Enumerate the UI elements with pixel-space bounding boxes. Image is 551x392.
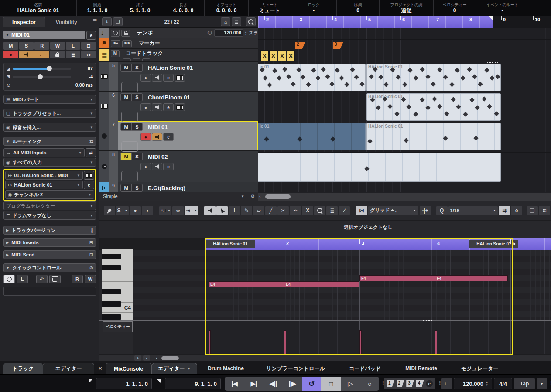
add-controller-lane-button[interactable]: + (134, 355, 141, 361)
track-edit-channel-button[interactable]: e (163, 74, 174, 82)
track-open-instrument-button[interactable] (175, 74, 185, 82)
info-column-value[interactable]: 0 (453, 7, 456, 14)
midi-note-e4[interactable]: E4 (284, 281, 359, 287)
lanes-button[interactable]: ≣ (66, 51, 81, 58)
qc-slot-field[interactable] (3, 287, 96, 296)
lower-zone-tab-Drum-Machine[interactable]: Drum Machine (197, 363, 255, 374)
chevron-down-icon[interactable]: ▼ (192, 209, 197, 212)
record-insert-dropdown[interactable]: ◉ 録音を挿入...▼ (3, 123, 96, 132)
midi-part[interactable]: HALion Sonic 01 (366, 93, 501, 121)
track-row-chordbloom-01[interactable]: 6MSChordBloom 01●e (99, 92, 258, 121)
snap-button[interactable]: ⋈ (356, 206, 367, 215)
tempo-spinner[interactable]: ▲▼ (245, 31, 247, 36)
program-selector-dropdown[interactable]: プログラムセレクター▼ (3, 201, 96, 210)
output-instrument-dropdown[interactable]: ↦ HALion Sonic 01▼ (5, 181, 83, 189)
black-key[interactable] (102, 254, 121, 259)
read-automation-button[interactable]: R (34, 42, 49, 50)
info-column-value[interactable]: ミュート (259, 7, 281, 14)
open-instrument-button[interactable] (84, 171, 94, 180)
solo-button[interactable]: S (19, 42, 34, 50)
midi-note-f4[interactable]: F4 (359, 275, 435, 281)
track-record-enable-button[interactable]: ● (140, 103, 151, 111)
section-track-versions[interactable]: ▶トラックバージョン ∦ (3, 226, 96, 235)
chevron-down-icon[interactable]: ▼ (123, 209, 128, 212)
qc-write-button[interactable]: W (85, 275, 96, 283)
input-options-button[interactable]: ⇄ (86, 148, 96, 157)
line-button[interactable]: ╱ (265, 206, 277, 215)
record-in-editor-button[interactable]: ● (130, 206, 141, 215)
track-solo-button[interactable]: S (132, 64, 143, 72)
split-button[interactable]: ✂ (277, 206, 289, 215)
info-column-value[interactable]: 4. 0. 0. 0 (173, 7, 194, 14)
volume-value[interactable]: 87 (74, 66, 93, 71)
midi-part[interactable]: HALion Sonic 01 (366, 123, 501, 150)
solo-editor-button[interactable]: S▼ (116, 206, 129, 215)
visibility-agent-label[interactable]: Simple (103, 194, 118, 199)
editor-part-badge[interactable]: HALion Sonic 01 (205, 240, 255, 248)
track-mute-button[interactable]: M (120, 123, 132, 131)
track-mute-button[interactable]: M (120, 153, 132, 160)
section-quick-controls[interactable]: ▼クイックコントロール ⊘ (3, 263, 96, 272)
previous-bar-button[interactable]: ◀|| (264, 377, 283, 391)
arrange-scroll-thumb[interactable] (265, 194, 291, 199)
tempo-sync-icon[interactable]: ↻ (207, 29, 212, 37)
erase-button[interactable]: ▱ (253, 206, 264, 215)
add-marker-button[interactable]: ⚑+ (111, 40, 120, 47)
midi-part[interactable]: ic 01 (258, 123, 366, 150)
info-column-value[interactable]: 0. 0. 0. 0 (216, 7, 237, 14)
left-locator-field[interactable]: 1. 1. 1. 0 (96, 378, 152, 389)
glue-button[interactable]: ✒ (290, 206, 301, 215)
track-solo-button[interactable]: S (132, 123, 143, 131)
chord-event[interactable]: X (269, 50, 277, 61)
lock-button[interactable] (50, 51, 65, 58)
lower-zone-tab-MIDI-Remote[interactable]: MIDI Remote (394, 363, 449, 374)
track-mute-button[interactable]: M (120, 184, 132, 192)
track-monitor-button[interactable] (152, 103, 162, 111)
qc-read-button[interactable]: R (72, 275, 83, 283)
left-zone-tab-トラック[interactable]: トラック (3, 363, 43, 374)
track-row-chord[interactable]: ≣Mコードトラック (99, 49, 258, 62)
input-channel-dropdown[interactable]: ◉ すべての入力▼ (3, 158, 96, 167)
record-enable-button[interactable]: ● (3, 51, 18, 58)
pin-button[interactable] (104, 206, 115, 215)
chord-event[interactable]: X (278, 50, 286, 61)
track-edit-channel-button[interactable]: e (163, 103, 174, 111)
lane-preset-caret[interactable]: ▼ (143, 355, 150, 361)
scroll-left-icon[interactable]: ‹ (259, 194, 260, 199)
info-column-value[interactable]: HALion Sonic 01 (17, 7, 59, 14)
tab-visibility[interactable]: Visibility (45, 17, 87, 27)
velocity-lane[interactable] (133, 321, 551, 354)
add-cycle-marker-button[interactable]: ⚑⚑ (122, 40, 132, 47)
comp-button[interactable]: ≣ (326, 206, 338, 215)
info-column-value[interactable]: 0 (356, 7, 359, 14)
midi-part-dropdown[interactable]: ▤ MIDI パート▼ (3, 95, 96, 104)
section-midi-send[interactable]: ▶MIDI Send ⊡ (3, 250, 96, 259)
quantize-preset-button[interactable]: 1/16▼ (448, 206, 498, 215)
suspend-icon[interactable]: ⊟ (81, 42, 96, 50)
metronome-button[interactable]: ♩ (441, 378, 452, 389)
track-record-enable-button[interactable]: ● (140, 163, 151, 170)
chord-event[interactable]: X (287, 50, 295, 61)
gear-icon[interactable]: ⚙ (250, 194, 255, 199)
info-column-value[interactable]: 1. 1. 1. 0 (87, 7, 108, 14)
section-midi-inserts[interactable]: ▶MIDI Inserts ⊟ (3, 238, 96, 247)
curve-button[interactable]: ∕ (339, 206, 350, 215)
track-row-midi-02[interactable]: 8MSMIDI 02●e (99, 151, 258, 182)
chevron-down-icon[interactable]: ▼ (165, 209, 171, 212)
add-track-button[interactable]: + (102, 17, 112, 26)
mute-tool-button[interactable]: X (302, 206, 313, 215)
chord-event[interactable]: X (260, 50, 269, 61)
black-key[interactable] (102, 314, 121, 320)
timebase-button[interactable]: ♩ (34, 51, 49, 58)
piano-keyboard[interactable]: C4 (102, 249, 133, 320)
workspace-button[interactable]: ⌂▼ (159, 206, 171, 215)
right-locator-icon[interactable] (155, 379, 162, 389)
go-to-end-button[interactable]: ▶| (244, 377, 263, 391)
feedback-button[interactable]: ‹● (81, 51, 96, 58)
iterative-quantize-button[interactable]: ⇉ (499, 206, 510, 215)
play-button[interactable]: ▷ (341, 377, 360, 391)
info-column-value[interactable]: 追従 (401, 7, 412, 14)
show-markers-button[interactable]: e (426, 380, 433, 387)
editor-ruler[interactable]: HALion Sonic 01HALion Sonic 012345 (99, 238, 551, 250)
tempo-lock-button[interactable] (121, 30, 130, 37)
